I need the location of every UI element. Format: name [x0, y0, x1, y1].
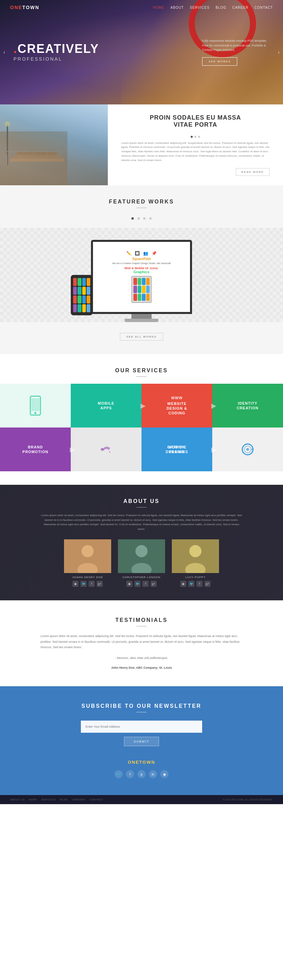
service-mobile-apps-label: MOBILEAPPS — [98, 401, 114, 410]
svg-point-29 — [189, 545, 202, 557]
footer-pinterest-icon[interactable]: p — [137, 770, 146, 778]
newsletter-email-input[interactable] — [81, 721, 202, 733]
svg-rect-3 — [13, 155, 60, 158]
nav-services[interactable]: SERVICES — [190, 6, 210, 10]
featured-works-title: FEATURED WORKS — [0, 199, 283, 205]
team-member-3: LUVY PUPPY ◉ 🐦 f g+ — [172, 539, 219, 587]
team1-twitter[interactable]: 🐦 — [81, 581, 87, 587]
hero-prev-arrow[interactable]: ‹ — [3, 49, 5, 55]
service-website-design[interactable]: WWW WEBSITEDESIGN &CODING ▶ — [142, 384, 212, 428]
team3-gplus[interactable]: g+ — [205, 581, 211, 587]
team2-gplus[interactable]: g+ — [151, 581, 157, 587]
hero-section: ‹ .CREATIVELY PROFESSIONAL Fully respons… — [0, 0, 283, 105]
hero-desc: Fully responsive website mockup PSD temp… — [202, 39, 270, 52]
team1-rss[interactable]: ◉ — [72, 581, 78, 587]
team-photo-2 — [118, 539, 165, 573]
footer-twitter-icon[interactable]: 🐦 — [114, 770, 122, 778]
footer-other-icon[interactable]: ◉ — [161, 770, 169, 778]
service-motion-dynamics[interactable]: MOTIONDYNAMICS — [142, 428, 212, 471]
team3-facebook[interactable]: f — [196, 581, 202, 587]
nav-links: HOME ABOUT SERVICES BLOG CAREER CONTACT — [153, 6, 273, 10]
nav-career[interactable]: CAREER — [232, 6, 249, 10]
monitor-base — [125, 319, 158, 322]
footer-nav-careers[interactable]: CAREERS — [72, 799, 86, 801]
hero-text-left: .CREATIVELY PROFESSIONAL — [13, 43, 99, 62]
testimonials-divider — [137, 626, 146, 627]
team-name-1: JOANN HENRY DOE — [64, 576, 111, 579]
proin-content: PROIN SODALES EU MASSA VITAE PORTA Lorem… — [108, 105, 283, 185]
hero-subtitle: PROFESSIONAL — [13, 56, 99, 62]
team-social-2: ◉ 🐦 f g+ — [118, 581, 165, 587]
team3-twitter[interactable]: 🐦 — [188, 581, 194, 587]
team2-facebook[interactable]: f — [143, 581, 149, 587]
team2-twitter[interactable]: 🐦 — [134, 581, 140, 587]
newsletter-section: SUBSCRIBE TO OUR NEWSLETTER SUBMIT ONETO… — [0, 686, 283, 795]
nav-logo: ONETOWN — [10, 5, 40, 10]
mobile-apps-arrow: ▶ — [140, 402, 146, 410]
team1-facebook[interactable]: f — [89, 581, 95, 587]
feat-dot-1[interactable] — [131, 217, 134, 220]
read-more-button[interactable]: READ MORE — [236, 168, 270, 176]
see-all-works-button[interactable]: SEE ALL WORKS — [120, 333, 163, 340]
footer-nav-contact[interactable]: CONTACT — [90, 799, 103, 801]
svg-rect-4 — [17, 151, 57, 155]
svg-rect-2 — [10, 158, 64, 162]
team1-gplus[interactable]: g+ — [97, 581, 103, 587]
proin-text: Lorem ipsum dolor sit amet, consectetur … — [121, 141, 270, 163]
spacer1 — [0, 384, 71, 428]
footer-nav-more[interactable]: MORE — [29, 799, 37, 801]
testimonial-quote: Lorem ipsum dolor sit amet, consectetur … — [40, 633, 243, 650]
hero-text-right: Fully responsive website mockup PSD temp… — [202, 39, 270, 66]
footer-social-icons: 🐦 f p in ◉ — [27, 770, 256, 778]
featured-divider — [137, 207, 146, 208]
bottom-nav-links: ABOUT US MORE SERVICES BLOG CAREERS CONT… — [10, 799, 103, 801]
proin-section: PROIN SODALES EU MASSA VITAE PORTA Lorem… — [0, 105, 283, 185]
footer-linkedin-icon[interactable]: in — [149, 770, 157, 778]
feat-dot-4[interactable] — [149, 217, 152, 220]
nav-contact[interactable]: CONTACT — [254, 6, 273, 10]
team-photo-3 — [172, 539, 219, 573]
nav-home[interactable]: HOME — [153, 6, 164, 10]
team-name-2: CHRISTOPHER LONDON — [118, 576, 165, 579]
about-text: Lorem ipsum dolor sit amet, consectetur … — [40, 513, 243, 531]
testimonial-quote2: - Mencius, alias vitae orbi pellentesque… — [40, 655, 243, 661]
monitor-stand — [131, 314, 152, 319]
hero-next-arrow[interactable]: › — [278, 49, 280, 55]
feat-dot-2[interactable] — [137, 217, 140, 220]
service-identity-creation[interactable]: IDENTITYCREATION — [212, 384, 283, 428]
nav-blog[interactable]: BLOG — [216, 6, 226, 10]
website-arrow: ▶ — [211, 402, 216, 410]
footer-nav-blog[interactable]: BLOG — [60, 799, 68, 801]
newsletter-submit-button[interactable]: SUBMIT — [124, 737, 159, 746]
featured-works-section: FEATURED WORKS ✏️🔲👥📌 SquarePath We are a… — [0, 185, 283, 354]
footer-logo-one: ONE — [128, 760, 139, 765]
dot-2[interactable] — [194, 136, 196, 138]
phone-mockup — [71, 275, 93, 315]
hero-cta-button[interactable]: SEE WORKS — [202, 57, 237, 66]
services-section: OUR SERVICES MOBILEAPPS ▶ WWW WEBSITEDES… — [0, 354, 283, 485]
phone-screen — [72, 276, 92, 314]
service-mobile-apps[interactable]: MOBILEAPPS ▶ — [71, 384, 142, 428]
service-identity-creation-label: IDENTITYCREATION — [237, 401, 259, 410]
footer-logo: ONETOWN — [27, 760, 256, 765]
svg-point-20 — [246, 448, 249, 451]
monitor-toolbar: ✏️🔲👥📌 — [126, 251, 157, 256]
dot-1[interactable] — [191, 136, 193, 138]
featured-dots — [0, 215, 283, 221]
monitor-brand: SquarePath — [132, 257, 151, 261]
footer-facebook-icon[interactable]: f — [126, 770, 134, 778]
dot-3[interactable] — [198, 136, 200, 138]
team2-rss[interactable]: ◉ — [126, 581, 132, 587]
monitor-sub-text: We are a Creative Graphic Design Studio.… — [112, 262, 171, 264]
svg-point-26 — [135, 545, 148, 557]
footer-nav-services[interactable]: SERVICES — [41, 799, 56, 801]
feat-dot-3[interactable] — [143, 217, 146, 220]
service-brand-promotion[interactable]: BRANDPROMOTION ▶ — [0, 428, 71, 471]
footer-nav-about[interactable]: ABOUT US — [10, 799, 25, 801]
about-title: ABOUT US — [20, 498, 263, 504]
nav-about[interactable]: ABOUT — [170, 6, 184, 10]
newsletter-title: SUBSCRIBE TO OUR NEWSLETTER — [27, 703, 256, 709]
services-divider — [137, 376, 146, 377]
spacer5 — [71, 428, 142, 471]
team3-rss[interactable]: ◉ — [180, 581, 186, 587]
